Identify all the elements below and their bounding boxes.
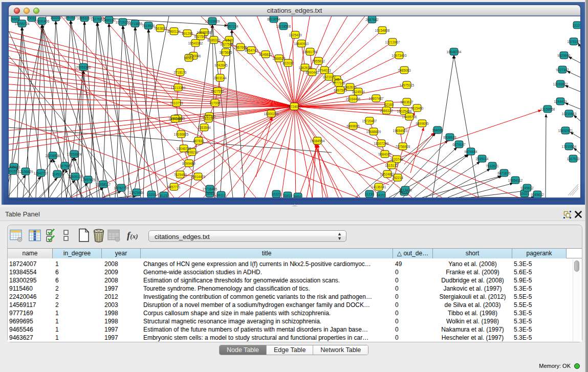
svg-text:9899695: 9899695	[416, 122, 429, 125]
svg-text:9777169: 9777169	[332, 81, 345, 85]
svg-text:17353924: 17353924	[67, 152, 82, 156]
svg-text:20206536: 20206536	[46, 154, 60, 158]
svg-text:2935114: 2935114	[476, 157, 489, 161]
svg-text:16961758: 16961758	[303, 50, 318, 54]
svg-text:164095: 164095	[432, 128, 443, 132]
svg-text:1010753: 1010753	[170, 101, 183, 105]
svg-text:13524861: 13524861	[380, 172, 395, 176]
svg-text:1615132: 1615132	[385, 164, 398, 167]
svg-text:8427552: 8427552	[211, 90, 224, 93]
svg-text:15716485: 15716485	[203, 187, 217, 191]
svg-text:2718176: 2718176	[173, 71, 187, 74]
svg-text:8222: 8222	[205, 117, 212, 121]
svg-text:891295: 891295	[182, 32, 193, 35]
svg-text:1546: 1546	[226, 38, 233, 42]
svg-text:62160: 62160	[384, 103, 394, 106]
svg-text:6466160: 6466160	[102, 18, 116, 22]
svg-text:1713426: 1713426	[399, 188, 412, 192]
svg-text:70756928: 70756928	[396, 145, 410, 148]
svg-text:15720407: 15720407	[362, 119, 377, 123]
svg-text:18307249: 18307249	[374, 142, 389, 145]
svg-text:19384554: 19384554	[310, 139, 325, 143]
svg-text:9146821: 9146821	[259, 53, 272, 56]
svg-text:103319: 103319	[50, 16, 61, 19]
svg-text:8960124: 8960124	[167, 30, 181, 33]
svg-text:19218506: 19218506	[276, 25, 291, 28]
svg-text:9227342: 9227342	[556, 68, 569, 72]
svg-text:12213967: 12213967	[385, 40, 400, 44]
svg-text:7515526: 7515526	[142, 24, 155, 28]
svg-text:7485063: 7485063	[398, 69, 411, 72]
svg-text:9245612: 9245612	[520, 186, 534, 190]
svg-text:7625402: 7625402	[173, 173, 187, 177]
svg-text:2687682: 2687682	[365, 18, 379, 21]
svg-text:13975887: 13975887	[58, 164, 73, 168]
svg-text:10025438: 10025438	[397, 110, 412, 113]
svg-text:11230: 11230	[365, 192, 374, 196]
svg-text:1167533: 1167533	[567, 157, 580, 161]
svg-text:12159558: 12159558	[540, 107, 555, 111]
svg-text:12942737: 12942737	[34, 171, 49, 175]
svg-text:9498222: 9498222	[185, 150, 199, 154]
svg-text:8471676: 8471676	[497, 171, 511, 175]
svg-text:9690: 9690	[12, 17, 19, 21]
svg-text:39155: 39155	[9, 169, 17, 173]
svg-text:20164436: 20164436	[346, 97, 361, 101]
svg-text:33410: 33410	[283, 194, 292, 198]
svg-text:9457771: 9457771	[167, 185, 181, 189]
svg-text:887831: 887831	[193, 139, 204, 143]
svg-text:1362615: 1362615	[298, 66, 312, 70]
svg-text:17957825: 17957825	[81, 178, 96, 182]
svg-text:8938928: 8938928	[443, 136, 456, 139]
svg-text:8099489: 8099489	[182, 162, 195, 165]
svg-text:945: 945	[334, 78, 340, 81]
svg-text:114519: 114519	[52, 172, 63, 176]
svg-text:16543362: 16543362	[188, 41, 203, 45]
svg-text:8123: 8123	[160, 194, 168, 198]
svg-text:1325419: 1325419	[289, 33, 302, 37]
svg-text:18724007: 18724007	[287, 105, 302, 108]
svg-text:11121: 11121	[573, 24, 580, 27]
svg-text:10200: 10200	[147, 193, 156, 196]
svg-text:7955812: 7955812	[312, 59, 325, 63]
svg-text:10154808: 10154808	[375, 29, 390, 32]
svg-text:14495796: 14495796	[402, 115, 417, 119]
svg-text:15692971: 15692971	[558, 129, 573, 133]
svg-text:1575107: 1575107	[567, 40, 580, 43]
svg-text:8186323: 8186323	[207, 38, 221, 42]
svg-text:9329996: 9329996	[557, 54, 571, 57]
svg-text:9245612: 9245612	[531, 193, 544, 196]
svg-text:7632621: 7632621	[486, 164, 499, 168]
svg-text:1854988: 1854988	[168, 117, 182, 121]
svg-text:9242845: 9242845	[214, 63, 228, 67]
svg-text:7357224: 7357224	[225, 25, 238, 28]
svg-text:1063527: 1063527	[64, 16, 77, 19]
svg-text:10973493: 10973493	[392, 54, 407, 57]
svg-text:252214: 252214	[392, 176, 403, 180]
svg-text:10958117: 10958117	[96, 183, 111, 186]
svg-text:6794023: 6794023	[318, 69, 331, 72]
svg-text:16782759: 16782759	[114, 186, 129, 190]
svg-text:10223: 10223	[272, 192, 281, 196]
svg-text:9463627: 9463627	[400, 100, 413, 104]
svg-text:8813054: 8813054	[267, 17, 280, 21]
svg-text:18640910: 18640910	[294, 42, 309, 46]
svg-text:6899695: 6899695	[346, 124, 360, 128]
svg-text:98961: 98961	[184, 56, 193, 60]
svg-text:19654923: 19654923	[393, 129, 408, 133]
svg-text:822037: 822037	[282, 61, 294, 65]
svg-text:14055724: 14055724	[15, 22, 30, 26]
svg-text:16648784: 16648784	[447, 50, 462, 54]
svg-text:6879197: 6879197	[452, 143, 466, 146]
svg-text:8891: 8891	[294, 195, 302, 198]
svg-text:3624514: 3624514	[352, 90, 365, 94]
svg-text:16033809: 16033809	[205, 19, 220, 23]
svg-text:9474444: 9474444	[464, 150, 477, 154]
svg-text:1435001: 1435001	[9, 165, 20, 169]
svg-text:2803144: 2803144	[213, 76, 227, 80]
svg-text:20053346: 20053346	[76, 65, 91, 69]
svg-text:6497503: 6497503	[334, 89, 347, 92]
svg-text:8990443: 8990443	[306, 71, 319, 74]
svg-text:1244419: 1244419	[554, 100, 567, 103]
svg-text:10021: 10021	[520, 192, 529, 195]
